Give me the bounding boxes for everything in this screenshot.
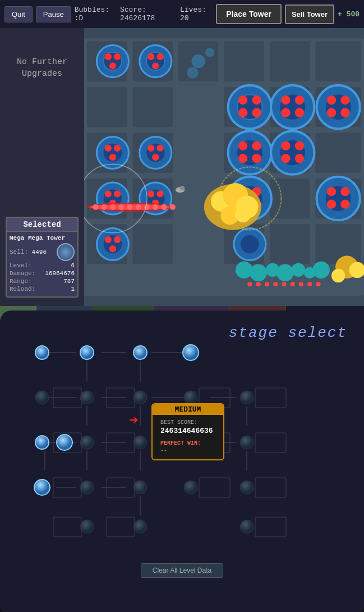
- svg-point-127: [205, 48, 214, 57]
- svg-point-123: [153, 204, 158, 210]
- svg-point-59: [114, 145, 121, 152]
- quit-button[interactable]: Quit: [4, 6, 33, 22]
- damage-label: Damage:: [10, 270, 35, 277]
- svg-point-53: [340, 95, 349, 104]
- svg-point-97: [340, 187, 349, 196]
- svg-point-146: [307, 282, 312, 286]
- svg-point-193: [240, 481, 254, 494]
- svg-point-143: [282, 282, 286, 286]
- svg-point-195: [133, 520, 147, 533]
- game-content: No Further Upgrades Selected Mega Mega T…: [0, 28, 364, 306]
- svg-point-48: [281, 108, 290, 117]
- svg-point-150: [180, 186, 185, 190]
- svg-point-181: [184, 391, 197, 404]
- game-canvas[interactable]: [84, 28, 364, 306]
- svg-point-32: [109, 62, 116, 69]
- svg-point-144: [291, 282, 295, 286]
- range-label: Range:: [10, 278, 32, 285]
- svg-point-86: [156, 190, 163, 197]
- svg-point-98: [327, 200, 336, 209]
- clear-data-button[interactable]: Clear All Level Data: [141, 563, 223, 578]
- svg-point-36: [156, 53, 163, 60]
- pause-button[interactable]: Pause: [36, 6, 71, 22]
- svg-point-30: [105, 53, 112, 60]
- svg-point-191: [133, 481, 147, 494]
- arrow-icon: ➔: [129, 410, 139, 430]
- svg-point-65: [152, 154, 159, 161]
- svg-point-106: [241, 235, 259, 254]
- svg-rect-203: [53, 517, 81, 537]
- svg-point-177: [183, 345, 199, 360]
- svg-point-192: [184, 481, 197, 494]
- svg-point-96: [327, 187, 336, 196]
- level-label: Level:: [10, 262, 32, 269]
- svg-point-99: [340, 200, 349, 209]
- svg-point-85: [148, 190, 154, 197]
- svg-rect-17: [315, 133, 361, 172]
- svg-point-113: [235, 207, 251, 223]
- svg-point-184: [57, 435, 72, 450]
- svg-point-55: [340, 108, 349, 117]
- stage-popup[interactable]: MEDIUM BEST SCORE: 246314646636 PERFECT …: [151, 403, 224, 460]
- svg-point-189: [34, 479, 50, 495]
- tower-reload-row: Reload: 1: [10, 286, 75, 293]
- svg-point-54: [327, 108, 336, 117]
- damage-value: 16964676: [45, 270, 75, 277]
- svg-rect-206: [255, 388, 286, 408]
- svg-point-43: [252, 108, 261, 117]
- svg-point-81: [114, 190, 121, 197]
- svg-point-121: [136, 204, 141, 210]
- reload-value: 1: [71, 286, 75, 293]
- popup-perfect-val: --: [160, 447, 215, 454]
- score-stat: Score: 24626178: [120, 6, 174, 22]
- svg-point-117: [102, 204, 107, 210]
- svg-rect-210: [255, 478, 286, 497]
- svg-point-178: [35, 391, 49, 404]
- svg-point-69: [252, 141, 261, 150]
- svg-rect-8: [87, 87, 127, 127]
- svg-point-179: [80, 391, 94, 404]
- no-upgrades-text: No Further Upgrades: [6, 56, 79, 80]
- svg-point-132: [277, 264, 294, 282]
- sell-bonus: + 500: [338, 10, 360, 19]
- game-section: Quit Pause Bubbles: :D Score: 24626178 L…: [0, 0, 364, 306]
- svg-point-194: [80, 520, 94, 533]
- svg-point-188: [240, 436, 254, 449]
- svg-point-31: [114, 53, 121, 60]
- svg-rect-209: [199, 478, 230, 497]
- svg-rect-21: [270, 179, 310, 218]
- svg-rect-204: [107, 517, 135, 537]
- svg-point-130: [250, 264, 267, 282]
- svg-point-64: [156, 145, 163, 152]
- svg-point-35: [148, 53, 154, 60]
- selected-body: Mega Mega Tower Sell: 4496 Level: 6 Dama: [7, 232, 77, 296]
- svg-point-52: [327, 95, 336, 104]
- svg-rect-208: [255, 433, 286, 453]
- bubbles-stat: Bubbles: :D: [75, 6, 114, 22]
- tower-sell-row: Sell: 4496: [10, 243, 75, 261]
- svg-point-49: [295, 108, 304, 117]
- place-tower-button[interactable]: Place Tower: [216, 4, 282, 24]
- svg-point-125: [170, 204, 176, 210]
- tower-icon: [57, 243, 75, 261]
- svg-point-104: [109, 245, 116, 252]
- svg-point-147: [316, 282, 320, 286]
- svg-point-118: [110, 204, 116, 210]
- svg-point-140: [256, 282, 261, 286]
- svg-point-176: [133, 346, 147, 359]
- svg-point-40: [238, 95, 247, 104]
- svg-rect-26: [270, 224, 310, 264]
- tower-name: Mega Mega Tower: [10, 235, 75, 241]
- svg-point-42: [238, 108, 247, 117]
- svg-point-60: [109, 154, 116, 161]
- svg-point-103: [114, 236, 121, 243]
- svg-point-58: [105, 145, 112, 152]
- range-value: 787: [63, 278, 75, 285]
- sell-tower-button[interactable]: Sell Tower: [285, 4, 334, 24]
- svg-rect-24: [133, 224, 173, 264]
- svg-point-138: [331, 269, 345, 282]
- svg-point-68: [238, 141, 247, 150]
- svg-point-190: [80, 481, 94, 494]
- svg-point-141: [265, 282, 269, 286]
- lives-stat: Lives: 20: [180, 6, 213, 22]
